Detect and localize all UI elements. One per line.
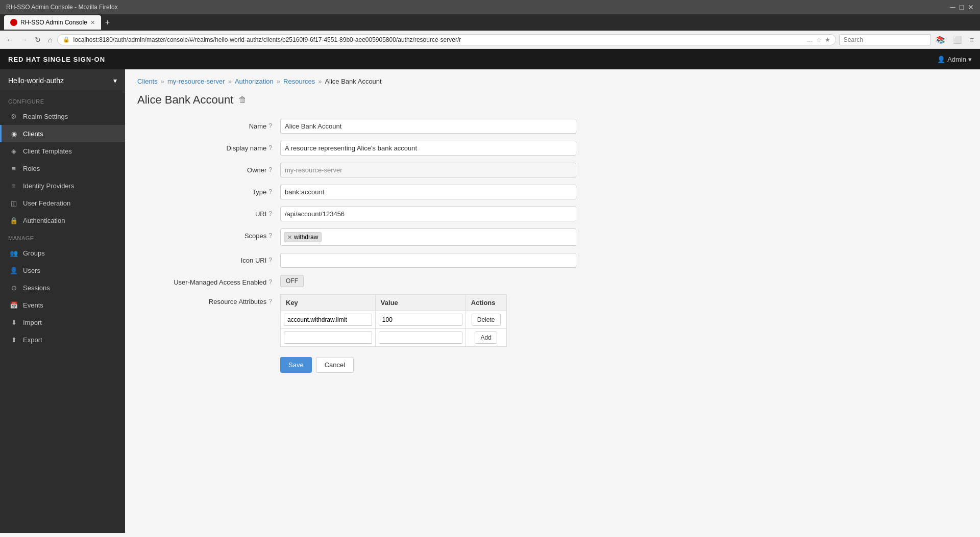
scopes-input[interactable]: ✕ withdraw — [280, 228, 576, 246]
sidebar-item-label: Groups — [23, 249, 45, 257]
attr-new-value-input[interactable] — [379, 331, 462, 344]
sidebar-item-client-templates[interactable]: ◈ Client Templates — [0, 142, 125, 160]
name-help-icon[interactable]: ? — [268, 122, 272, 130]
attr-new-key-input[interactable] — [284, 331, 372, 344]
user-managed-toggle[interactable]: OFF — [280, 275, 304, 287]
save-button[interactable]: Save — [280, 357, 312, 373]
home-button[interactable]: ⌂ — [46, 35, 54, 45]
uri-input[interactable] — [280, 207, 576, 221]
star-icon: ★ — [825, 36, 830, 43]
type-help-icon[interactable]: ? — [268, 188, 272, 195]
menu-icon[interactable]: ≡ — [968, 35, 976, 45]
sidebar-item-identity-providers[interactable]: ≡ Identity Providers — [0, 177, 125, 194]
sidebar-item-sessions[interactable]: ⊙ Sessions — [0, 279, 125, 296]
window-controls: ─ □ ✕ — [950, 3, 974, 11]
breadcrumb-clients[interactable]: Clients — [137, 78, 158, 85]
display-name-label: Display name ? — [137, 141, 280, 152]
sidebar-item-users[interactable]: 👤 Users — [0, 262, 125, 279]
sidebar-item-export[interactable]: ⬆ Export — [0, 331, 125, 348]
breadcrumb-authorization[interactable]: Authorization — [235, 78, 274, 85]
browser-tab-active[interactable]: RH-SSO Admin Console ✕ — [4, 15, 101, 30]
bookmarks-icon[interactable]: 📚 — [934, 35, 947, 45]
minimize-button[interactable]: ─ — [950, 3, 955, 11]
realm-chevron: ▾ — [113, 76, 117, 85]
attr-key-cell — [281, 311, 376, 329]
sidebar-item-label: Export — [23, 336, 42, 344]
close-tab-button[interactable]: ✕ — [90, 19, 95, 26]
page-title-row: Alice Bank Account 🗑 — [137, 93, 968, 107]
maximize-button[interactable]: □ — [960, 3, 964, 11]
owner-input — [280, 163, 576, 177]
icon-uri-help-icon[interactable]: ? — [268, 257, 272, 264]
cancel-button[interactable]: Cancel — [316, 357, 354, 373]
col-key-header: Key — [281, 295, 376, 311]
type-input[interactable] — [280, 185, 576, 199]
scope-remove-icon[interactable]: ✕ — [287, 234, 292, 241]
main-content: Clients » my-resource-server » Authoriza… — [125, 69, 980, 533]
user-managed-help-icon[interactable]: ? — [268, 278, 272, 286]
sidebar-item-user-federation[interactable]: ◫ User Federation — [0, 194, 125, 212]
url-bar[interactable]: 🔒 localhost:8180/auth/admin/master/conso… — [57, 34, 836, 45]
icon-uri-input[interactable] — [280, 253, 576, 268]
breadcrumb-resources[interactable]: Resources — [283, 78, 315, 85]
client-templates-icon: ◈ — [10, 147, 18, 155]
scopes-label: Scopes ? — [137, 228, 280, 240]
attr-new-value-cell — [375, 329, 465, 347]
icon-uri-label: Icon URI ? — [137, 253, 280, 264]
display-name-help-icon[interactable]: ? — [268, 144, 272, 151]
attr-delete-button[interactable]: Delete — [472, 314, 501, 326]
owner-label: Owner ? — [137, 163, 280, 174]
new-tab-button[interactable]: + — [101, 18, 114, 27]
realm-selector[interactable]: Hello-world-authz ▾ — [0, 69, 125, 92]
search-input[interactable] — [839, 34, 931, 45]
brand-label: RED HAT SINGLE SIGN-ON — [8, 56, 105, 63]
export-icon: ⬆ — [10, 336, 18, 344]
uri-help-icon[interactable]: ? — [268, 210, 272, 217]
owner-help-icon[interactable]: ? — [268, 166, 272, 173]
user-icon: 👤 — [937, 56, 945, 63]
more-icon: … — [807, 36, 813, 43]
user-managed-toggle-container: OFF — [280, 275, 304, 287]
close-window-button[interactable]: ✕ — [968, 3, 974, 11]
sidebar-item-label: Users — [23, 267, 40, 274]
attr-value-input[interactable] — [379, 314, 462, 326]
delete-resource-icon[interactable]: 🗑 — [238, 95, 247, 105]
bookmark-icon: ☆ — [816, 36, 822, 43]
user-menu-chevron: ▾ — [968, 56, 972, 63]
display-name-input[interactable] — [280, 141, 576, 156]
sidebar-item-label: Events — [23, 301, 43, 309]
attr-add-button[interactable]: Add — [475, 331, 497, 344]
breadcrumb-resource-server[interactable]: my-resource-server — [167, 78, 225, 85]
user-managed-label: User-Managed Access Enabled ? — [137, 275, 280, 286]
reload-button[interactable]: ↻ — [33, 35, 43, 45]
configure-section-label: Configure — [0, 92, 125, 108]
forward-button[interactable]: → — [18, 35, 30, 45]
responsive-icon[interactable]: ⬜ — [951, 35, 964, 45]
attr-new-key-cell — [281, 329, 376, 347]
sidebar-item-roles[interactable]: ≡ Roles — [0, 160, 125, 177]
attr-key-input[interactable] — [284, 314, 372, 326]
sidebar-item-groups[interactable]: 👥 Groups — [0, 244, 125, 262]
sidebar-item-events[interactable]: 📅 Events — [0, 296, 125, 314]
resource-attrs-help-icon[interactable]: ? — [268, 298, 272, 305]
roles-icon: ≡ — [10, 164, 18, 172]
resource-attrs-table: Key Value Actions — [280, 294, 507, 347]
sidebar-item-label: Clients — [23, 130, 43, 138]
tab-label: RH-SSO Admin Console — [20, 19, 87, 26]
scopes-help-icon[interactable]: ? — [268, 232, 272, 239]
uri-field-row: URI ? — [137, 207, 576, 221]
scope-tag-withdraw: ✕ withdraw — [284, 232, 322, 242]
sidebar-item-import[interactable]: ⬇ Import — [0, 314, 125, 331]
back-button[interactable]: ← — [4, 35, 15, 45]
name-input[interactable] — [280, 119, 576, 134]
sidebar-item-realm-settings[interactable]: ⚙ Realm Settings — [0, 108, 125, 125]
breadcrumb-sep-2: » — [228, 78, 232, 85]
sidebar-item-authentication[interactable]: 🔒 Authentication — [0, 212, 125, 229]
sidebar-item-label: Authentication — [23, 217, 65, 224]
display-name-field-row: Display name ? — [137, 141, 576, 156]
sidebar-item-clients[interactable]: ◉ Clients — [0, 125, 125, 142]
user-menu[interactable]: 👤 Admin ▾ — [937, 56, 972, 63]
sidebar-item-label: Import — [23, 319, 42, 326]
user-federation-icon: ◫ — [10, 199, 18, 207]
realm-name: Hello-world-authz — [8, 76, 64, 85]
